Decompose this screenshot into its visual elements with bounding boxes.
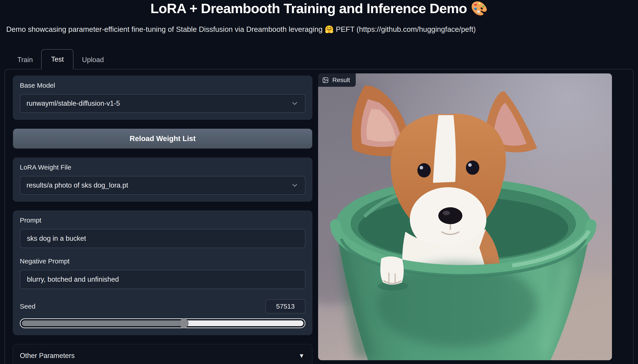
result-image[interactable] <box>318 74 612 360</box>
seed-value-input[interactable]: 57513 <box>265 299 305 314</box>
base-model-label: Base Model <box>20 82 305 89</box>
base-model-dropdown[interactable]: runwayml/stable-diffusion-v1-5 <box>20 94 305 113</box>
negative-prompt-label: Negative Prompt <box>20 258 305 265</box>
page-title: LoRA + Dreambooth Training and Inference… <box>5 1 633 16</box>
other-parameters-label: Other Parameters <box>20 352 75 360</box>
chevron-down-icon <box>291 181 299 189</box>
result-badge: Result <box>318 74 356 87</box>
lora-weight-file-dropdown[interactable]: results/a photo of sks dog_lora.pt <box>20 176 305 195</box>
seed-slider-track[interactable] <box>22 320 303 326</box>
other-parameters-header[interactable]: Other Parameters ▼ <box>20 352 305 360</box>
tab-panel-test: Base Model runwayml/stable-diffusion-v1-… <box>5 69 633 364</box>
lora-weight-file-value: results/a photo of sks dog_lora.pt <box>27 181 128 189</box>
negative-prompt-input[interactable]: blurry, botched and unfinished <box>20 270 305 289</box>
base-model-value: runwayml/stable-diffusion-v1-5 <box>27 100 120 108</box>
tab-test[interactable]: Test <box>41 49 74 70</box>
tab-train[interactable]: Train <box>9 50 41 69</box>
image-icon <box>322 77 329 84</box>
app: LoRA + Dreambooth Training and Inference… <box>0 0 638 364</box>
prompt-card: Prompt sks dog in a bucket Negative Prom… <box>13 210 312 335</box>
tab-upload[interactable]: Upload <box>74 50 112 69</box>
accordion-caret-icon: ▼ <box>299 352 305 359</box>
prompt-label: Prompt <box>20 216 305 224</box>
reload-weight-list-button[interactable]: Reload Weight List <box>13 128 312 149</box>
prompt-input[interactable]: sks dog in a bucket <box>20 229 305 248</box>
seed-slider-thumb[interactable] <box>179 318 189 328</box>
base-model-card: Base Model runwayml/stable-diffusion-v1-… <box>13 76 312 120</box>
chevron-down-icon <box>291 100 299 108</box>
result-label: Result <box>332 76 350 84</box>
lora-weight-file-card: LoRA Weight File results/a photo of sks … <box>13 158 312 202</box>
seed-label: Seed <box>20 302 36 310</box>
page-subtitle: Demo showcasing parameter-efficient fine… <box>6 25 633 34</box>
tabbar: Train Test Upload <box>5 49 633 69</box>
other-parameters-accordion: Other Parameters ▼ <box>13 344 312 364</box>
seed-row: Seed 57513 <box>20 299 305 314</box>
result-image-block: Result <box>318 74 612 360</box>
lora-weight-file-label: LoRA Weight File <box>20 164 305 171</box>
seed-slider[interactable] <box>20 318 305 328</box>
form-column: Base Model runwayml/stable-diffusion-v1-… <box>13 74 312 364</box>
